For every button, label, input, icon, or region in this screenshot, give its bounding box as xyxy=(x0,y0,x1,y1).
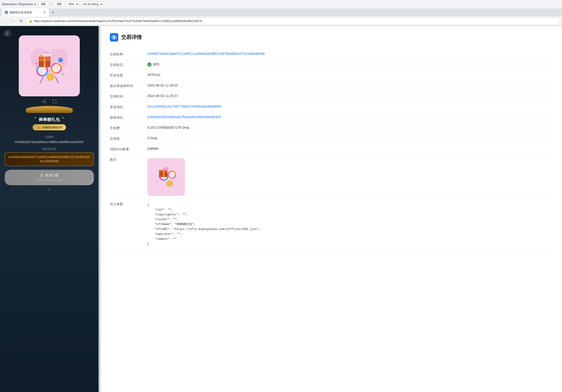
status-success-indicator: 成功 xyxy=(147,62,553,67)
right-laurel-icon: ❧ xyxy=(62,116,65,120)
svg-point-17 xyxy=(35,62,37,65)
field-label: 验证者选举时间: xyxy=(110,83,147,88)
straitchain-icon xyxy=(110,33,118,42)
svg-point-18 xyxy=(62,63,64,65)
back-button[interactable]: ‹ xyxy=(4,30,11,37)
table-row: 验证者选举时间: 2022-06-02 11:29:22 xyxy=(110,81,553,91)
svg-line-2 xyxy=(55,77,59,83)
table-row: 区块高度: 2479110 xyxy=(110,70,553,81)
sell-button-text: 出 售/转 赠 xyxy=(8,173,91,178)
hash-text: 0x45db76e9403a6e5711e6f011ced994d363df62… xyxy=(8,155,90,163)
field-label: 交易状态: xyxy=(110,62,147,67)
svg-rect-15 xyxy=(43,54,51,56)
field-label: 传入参数: xyxy=(110,202,147,206)
table-row: 交易时间: 2022-06-02 11:29:27 xyxy=(110,91,553,102)
back-nav-button[interactable]: ← xyxy=(2,18,9,24)
field-label: 交易时间: xyxy=(110,94,147,99)
tab-close-button[interactable]: ✕ xyxy=(43,11,46,14)
nft-pedestal xyxy=(26,106,73,113)
dimension-separator: × xyxy=(50,3,52,6)
svg-point-12 xyxy=(59,59,60,60)
tx-value: 0 Drop xyxy=(147,136,553,140)
table-row: 图片: xyxy=(110,155,553,199)
chevron-down-icon: ▼ xyxy=(34,3,36,6)
status-text: 成功 xyxy=(153,62,160,67)
tab-favicon xyxy=(5,11,8,14)
svg-text:$: $ xyxy=(38,127,39,128)
collector-address: 0x52802d27a62a99b4c178bf3cc28e8f3c2ee519… xyxy=(15,140,84,144)
field-label: 交易值: xyxy=(110,136,147,141)
svg-rect-10 xyxy=(39,59,50,61)
share-icon[interactable] xyxy=(42,99,47,105)
tab-bar: 海峡链区块浏览器 ✕ + xyxy=(0,9,562,16)
table-row: 手续费: 0.24713785800307278 Drop xyxy=(110,123,553,134)
field-label: 手续费: xyxy=(110,126,147,130)
nft-image-field xyxy=(147,157,553,196)
table-row: 接收地址: 0x893fd559d70a5be3e7fb2e6d34c6bf5a… xyxy=(110,112,553,123)
browser-chrome: Dimensions: Responsive ▼ × 98% No thrott… xyxy=(0,0,562,26)
browser-tab[interactable]: 海峡链区块浏览器 ✕ xyxy=(2,9,49,16)
block-height-value: 2479110 xyxy=(147,73,553,77)
status-dot-icon xyxy=(147,62,152,67)
throttle-selector[interactable]: No throttling xyxy=(81,2,104,7)
table-row: 交易值: 0 Drop xyxy=(110,134,553,144)
field-label: 交易哈希: xyxy=(110,52,147,56)
tx-time-value: 2022-06-02 11:29:27 xyxy=(147,94,553,98)
nft-badge: $ A0602#002/70 xyxy=(33,124,66,130)
table-row: 发送地址: 0xcc04930dc1bc75f377884c576099a3ee… xyxy=(110,102,553,112)
height-input[interactable] xyxy=(54,2,65,7)
svg-marker-27 xyxy=(113,36,115,38)
expand-icon[interactable] xyxy=(52,99,57,105)
lock-icon: 🔒 xyxy=(29,20,32,23)
badge-coin-icon: $ xyxy=(36,125,41,129)
svg-point-11 xyxy=(58,58,63,62)
svg-point-35 xyxy=(163,167,168,170)
zoom-selector[interactable]: 98% xyxy=(66,2,79,7)
left-laurel-icon: ❧ xyxy=(34,116,37,120)
svg-line-1 xyxy=(40,77,43,83)
mobile-app-inner: ‹ xyxy=(0,26,99,392)
badge-text: A0602#002/70 xyxy=(42,126,62,129)
table-row: 传入参数: { "cid": "", "copyrighter": "", "i… xyxy=(110,199,553,249)
panel-divider: ≡ xyxy=(48,187,51,192)
svg-line-23 xyxy=(43,101,45,103)
main-layout: ‹ xyxy=(0,26,562,392)
svg-point-16 xyxy=(61,73,64,76)
nft-preview-artwork xyxy=(152,163,180,191)
sell-transfer-button[interactable]: 出 售/转 赠 19天23时57分后可流转 xyxy=(5,170,94,185)
svg-point-19 xyxy=(45,100,46,101)
new-tab-button[interactable]: + xyxy=(50,9,56,16)
url-display: https://explorer.straitchain.com/#/trans… xyxy=(34,20,557,23)
from-address-value[interactable]: 0xcc04930dc1bc75f377884c576099a3ee48a6b5… xyxy=(147,105,553,108)
width-input[interactable] xyxy=(38,2,48,7)
transaction-detail-table: 交易哈希: 0x45db76e9403a6e5711e6f011ced994d3… xyxy=(110,49,553,249)
resize-handle[interactable]: ⋮ xyxy=(99,26,100,392)
responsive-label: Dimensions: Responsive xyxy=(2,3,33,6)
svg-point-21 xyxy=(45,102,46,103)
json-params: { "cid": "", "copyrighter": "", "issuer"… xyxy=(147,202,553,246)
blockchain-explorer-panel: 交易详情 交易哈希: 0x45db76e9403a6e5711e6f011ced… xyxy=(100,26,562,392)
navigation-bar: ← → ↻ 🔒 https://explorer.straitchain.com… xyxy=(0,16,562,26)
collector-section: 收藏者 0x52802d27a62a99b4c178bf3cc28e8f3c2e… xyxy=(15,135,84,144)
tx-hash-value[interactable]: 0x45db76e9403a6e5711e6f011ced994d363df62… xyxy=(147,52,553,56)
svg-line-22 xyxy=(43,100,45,101)
nft-name: 棒棒糖礼包 xyxy=(39,117,60,122)
action-icons-row xyxy=(42,99,57,105)
refresh-button[interactable]: ↻ xyxy=(18,18,24,24)
to-address-value[interactable]: 0x893fd559d70a5be3e7fb2e6d34c6bf5a8e8dc9… xyxy=(147,115,553,119)
field-label: 接收地址: xyxy=(110,115,147,120)
collector-label: 收藏者 xyxy=(15,135,84,139)
validator-time-value: 2022-06-02 11:29:22 xyxy=(147,83,553,87)
svg-rect-34 xyxy=(163,170,164,177)
address-bar[interactable]: 🔒 https://explorer.straitchain.com/#/tra… xyxy=(26,18,560,25)
gas-used-value: 438966 xyxy=(147,147,553,151)
page-header: 交易详情 xyxy=(110,33,553,42)
nft-image-preview xyxy=(147,158,185,196)
fee-value: 0.24713785800307278 Drop xyxy=(147,126,553,129)
nft-name-row: ❧ 棒棒糖礼包 ❧ xyxy=(34,113,65,122)
svg-point-31 xyxy=(167,181,173,186)
hash-value-box: 0x45db76e9403a6e5711e6f011ced994d363df62… xyxy=(5,152,94,166)
forward-nav-button[interactable]: → xyxy=(10,18,16,24)
page-title: 交易详情 xyxy=(121,34,142,41)
svg-point-5 xyxy=(47,74,54,80)
